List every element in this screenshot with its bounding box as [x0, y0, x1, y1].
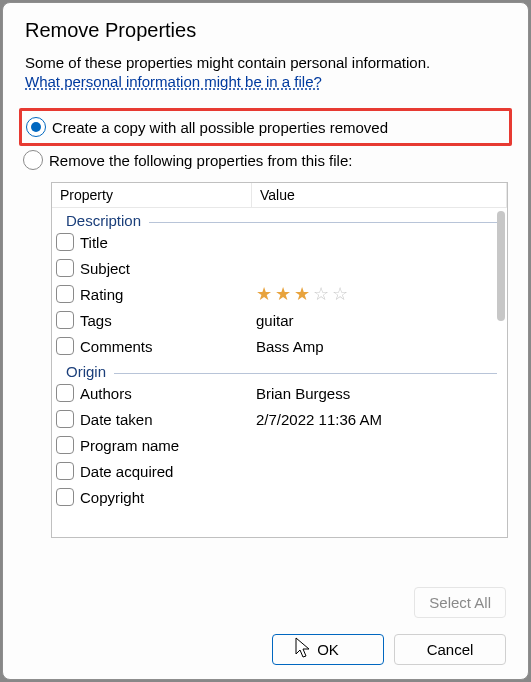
remove-properties-dialog: Remove Properties Some of these properti… — [2, 2, 529, 680]
checkbox[interactable] — [56, 337, 74, 355]
radio-remove-following[interactable]: Remove the following properties from thi… — [23, 150, 506, 170]
checkbox[interactable] — [56, 410, 74, 428]
intro-text: Some of these properties might contain p… — [25, 54, 506, 71]
checkbox[interactable] — [56, 259, 74, 277]
property-row-rating[interactable]: Rating ★ ★ ★ ☆ ☆ — [52, 281, 507, 307]
ok-button[interactable]: OK — [272, 634, 384, 665]
properties-list: Property Value Description Title Subject — [51, 182, 508, 538]
column-value[interactable]: Value — [252, 183, 507, 207]
radio-label: Create a copy with all possible properti… — [52, 119, 388, 136]
property-row-program-name[interactable]: Program name — [52, 432, 507, 458]
info-link[interactable]: What personal information might be in a … — [25, 73, 322, 90]
property-row-authors[interactable]: Authors Brian Burgess — [52, 380, 507, 406]
checkbox[interactable] — [56, 384, 74, 402]
select-all-button: Select All — [414, 587, 506, 618]
rating-stars: ★ ★ ★ ☆ ☆ — [256, 285, 348, 303]
radio-create-copy[interactable]: Create a copy with all possible properti… — [19, 108, 512, 146]
property-row-comments[interactable]: Comments Bass Amp — [52, 333, 507, 359]
star-icon: ☆ — [313, 285, 329, 303]
scrollbar[interactable] — [497, 211, 505, 321]
property-row-date-taken[interactable]: Date taken 2/7/2022 11:36 AM — [52, 406, 507, 432]
star-icon: ★ — [294, 285, 310, 303]
cancel-button[interactable]: Cancel — [394, 634, 506, 665]
checkbox[interactable] — [56, 436, 74, 454]
star-icon: ★ — [256, 285, 272, 303]
radio-icon — [23, 150, 43, 170]
property-row-date-acquired[interactable]: Date acquired — [52, 458, 507, 484]
star-icon: ☆ — [332, 285, 348, 303]
checkbox[interactable] — [56, 311, 74, 329]
column-property[interactable]: Property — [52, 183, 252, 207]
checkbox[interactable] — [56, 462, 74, 480]
group-description: Description — [52, 208, 507, 229]
property-row-tags[interactable]: Tags guitar — [52, 307, 507, 333]
group-origin: Origin — [52, 359, 507, 380]
dialog-title: Remove Properties — [3, 3, 528, 54]
property-row-copyright[interactable]: Copyright — [52, 484, 507, 510]
list-header: Property Value — [52, 183, 507, 208]
radio-icon — [26, 117, 46, 137]
checkbox[interactable] — [56, 285, 74, 303]
radio-label: Remove the following properties from thi… — [49, 152, 352, 169]
checkbox[interactable] — [56, 488, 74, 506]
checkbox[interactable] — [56, 233, 74, 251]
property-row-title[interactable]: Title — [52, 229, 507, 255]
star-icon: ★ — [275, 285, 291, 303]
property-row-subject[interactable]: Subject — [52, 255, 507, 281]
